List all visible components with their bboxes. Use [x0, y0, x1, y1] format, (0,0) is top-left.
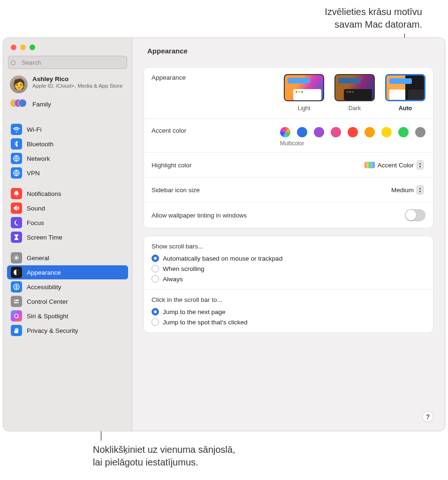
accent-swatch-green[interactable] [398, 127, 409, 137]
accent-swatch-multicolor[interactable] [280, 127, 290, 137]
radio-icon [152, 265, 159, 272]
appearance-option-dark[interactable]: Dark [334, 74, 375, 112]
sidebar-item-sound[interactable]: Sound [7, 201, 128, 215]
accent-swatch-pink[interactable] [331, 127, 341, 137]
wifi-icon [11, 124, 22, 135]
radio-label: Jump to the spot that's clicked [163, 319, 247, 326]
callout-bottom: Noklikšķiniet uz vienuma sānjoslā, lai p… [93, 443, 235, 469]
wallpaper-tinting-label: Allow wallpaper tinting in windows [152, 212, 247, 219]
help-button[interactable]: ? [422, 411, 433, 422]
sidebar-item-network[interactable]: Network [7, 151, 128, 165]
sidebar-item-notifications[interactable]: Notifications [7, 187, 128, 201]
sidebar-size-label: Sidebar icon size [152, 187, 200, 194]
sidebar-size-value: Medium [391, 187, 414, 194]
sidebar-item-controlcenter[interactable]: Control Center [7, 294, 128, 308]
sidebar-item-label: Notifications [27, 190, 61, 197]
appearance-option-auto[interactable]: Auto [385, 74, 425, 112]
sidebar-item-general[interactable]: General [7, 251, 128, 265]
callout-top-line2: savam Mac datoram. [0, 18, 422, 31]
appearance-mode-label: Dark [349, 105, 361, 112]
wallpaper-tinting-toggle[interactable] [405, 209, 425, 221]
family-row[interactable]: Family [3, 95, 132, 115]
click-option-next-page[interactable]: Jump to the next page [152, 308, 425, 315]
network-icon [11, 153, 22, 164]
click-title: Click in the scroll bar to... [152, 296, 425, 303]
svg-point-8 [15, 300, 16, 301]
sidebar-item-vpn[interactable]: VPN [7, 166, 128, 180]
accent-swatch-purple[interactable] [314, 127, 324, 137]
sidebar-size-popup[interactable]: Medium ▲▼ [389, 184, 425, 195]
sidebar-item-label: Focus [27, 219, 44, 226]
close-window-button[interactable] [11, 45, 16, 50]
sidebar-item-label: Wi-Fi [27, 126, 41, 133]
sidebar-item-bluetooth[interactable]: Bluetooth [7, 137, 128, 151]
svg-point-10 [15, 314, 18, 318]
account-name: Ashley Rico [32, 75, 122, 82]
chevron-up-down-icon: ▲▼ [417, 160, 424, 170]
sidebar-item-label: Sound [27, 205, 45, 212]
sidebar-item-wifi[interactable]: Wi-Fi [7, 122, 128, 136]
accent-swatch-yellow[interactable] [381, 127, 392, 137]
speaker-icon [11, 202, 22, 214]
radio-icon [152, 255, 159, 262]
sidebar-item-label: Screen Time [27, 234, 62, 241]
search-input[interactable] [8, 56, 127, 69]
moon-icon [11, 217, 22, 228]
vpn-icon [11, 167, 22, 179]
sidebar-item-appearance[interactable]: Appearance [7, 265, 128, 279]
accent-swatch-graphite[interactable] [415, 127, 425, 137]
sidebar-item-siri[interactable]: Siri & Spotlight [7, 309, 128, 323]
sidebar-item-label: Appearance [27, 269, 61, 276]
appearance-label: Appearance [152, 74, 186, 81]
sidebar-item-focus[interactable]: Focus [7, 216, 128, 230]
minimize-window-button[interactable] [20, 45, 26, 50]
account-subtitle: Apple ID, iCloud+, Media & App Store [32, 82, 122, 89]
chevron-up-down-icon: ▲▼ [417, 185, 424, 195]
scroll-option-always[interactable]: Always [152, 275, 425, 283]
click-option-spot[interactable]: Jump to the spot that's clicked [152, 318, 425, 326]
bluetooth-icon [11, 138, 22, 150]
avatar: 🧑 [10, 75, 28, 93]
sidebar-item-privacy[interactable]: Privacy & Security [7, 323, 128, 338]
gradient-chip-icon [364, 162, 375, 168]
callout-top: Izvēlieties krāsu motīvu savam Mac dator… [0, 6, 448, 31]
siri-icon [11, 310, 22, 322]
highlight-color-popup[interactable]: Accent Color ▲▼ [363, 159, 425, 171]
sidebar-item-label: Network [27, 155, 50, 162]
svg-rect-7 [14, 302, 19, 303]
accessibility-icon [11, 281, 22, 292]
appearance-icon [11, 267, 22, 278]
sidebar-item-screentime[interactable]: Screen Time [7, 230, 128, 244]
appearance-modes: Light Dark Auto [284, 74, 425, 112]
radio-icon [152, 318, 159, 326]
sidebar-item-label: Control Center [27, 298, 68, 305]
sidebar-item-label: General [27, 255, 49, 262]
highlight-color-value: Accent Color [378, 162, 414, 169]
gear-icon [11, 252, 22, 263]
scroll-option-auto[interactable]: Automatically based on mouse or trackpad [152, 255, 425, 262]
appearance-mode-label: Auto [399, 105, 412, 112]
radio-icon [152, 308, 159, 315]
sidebar-item-label: Bluetooth [27, 141, 53, 148]
accent-color-sublabel: Multicolor [280, 140, 425, 147]
apple-id-row[interactable]: 🧑 Ashley Rico Apple ID, iCloud+, Media &… [3, 73, 132, 95]
page-title: Appearance [147, 47, 188, 55]
zoom-window-button[interactable] [30, 45, 35, 50]
sidebar-item-label: VPN [27, 170, 40, 177]
svg-point-5 [16, 285, 17, 286]
family-label: Family [32, 101, 51, 108]
accent-swatch-red[interactable] [348, 127, 358, 137]
scroll-option-when-scrolling[interactable]: When scrolling [152, 265, 425, 272]
control-center-icon [11, 296, 22, 307]
accent-swatch-blue[interactable] [297, 127, 307, 137]
main-pane: Appearance Appearance Light Dark [132, 38, 445, 431]
accent-swatch-orange[interactable] [364, 127, 375, 137]
callout-bottom-line1: Noklikšķiniet uz vienuma sānjoslā, [93, 443, 235, 456]
sidebar-item-label: Privacy & Security [27, 327, 78, 334]
hand-icon [11, 325, 22, 336]
appearance-panel: Appearance Light Dark Auto [144, 67, 433, 228]
radio-label: Jump to the next page [163, 308, 226, 315]
radio-label: Always [163, 276, 183, 283]
sidebar-item-accessibility[interactable]: Accessibility [7, 280, 128, 294]
appearance-option-light[interactable]: Light [284, 74, 324, 112]
